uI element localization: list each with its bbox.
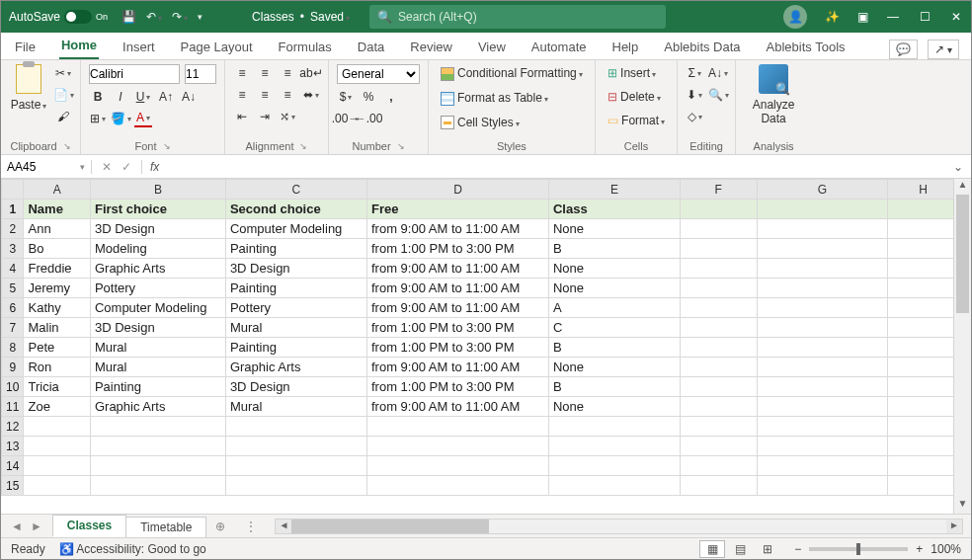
cell[interactable] bbox=[888, 219, 953, 239]
cell[interactable] bbox=[680, 397, 757, 417]
paste-button[interactable]: Paste bbox=[9, 98, 48, 112]
cell[interactable] bbox=[888, 239, 953, 259]
view-page-layout-icon[interactable]: ▤ bbox=[727, 540, 753, 558]
cell[interactable]: Painting bbox=[225, 338, 366, 358]
cell[interactable] bbox=[757, 298, 888, 318]
format-as-table-button[interactable]: Format as Table bbox=[437, 89, 587, 108]
cell[interactable] bbox=[888, 259, 953, 279]
font-launcher[interactable]: ↘ bbox=[163, 141, 171, 151]
cell[interactable] bbox=[757, 377, 888, 397]
sheet-split-handle[interactable]: ⋮ bbox=[235, 520, 267, 533]
cell[interactable]: from 1:00 PM to 3:00 PM bbox=[366, 318, 548, 338]
cell[interactable] bbox=[680, 318, 757, 338]
cell[interactable]: Name bbox=[24, 200, 90, 219]
cell[interactable]: First choice bbox=[90, 200, 225, 219]
fill-icon[interactable]: ⬇ bbox=[686, 86, 703, 104]
cell[interactable]: Painting bbox=[90, 377, 225, 397]
merge-center-icon[interactable]: ⬌ bbox=[302, 86, 320, 104]
cell[interactable] bbox=[90, 417, 225, 437]
cell[interactable] bbox=[757, 259, 888, 279]
cell[interactable]: Pete bbox=[24, 338, 90, 358]
cell[interactable] bbox=[680, 219, 757, 239]
cell[interactable]: Jeremy bbox=[24, 279, 90, 298]
maximize-button[interactable]: ☐ bbox=[918, 10, 932, 24]
save-icon[interactable]: 💾 bbox=[122, 10, 136, 24]
cell[interactable] bbox=[888, 377, 953, 397]
tab-review[interactable]: Review bbox=[408, 35, 454, 59]
decrease-font-icon[interactable]: A↓ bbox=[180, 88, 198, 106]
col-header-F[interactable]: F bbox=[680, 180, 757, 200]
cell[interactable] bbox=[680, 358, 757, 377]
zoom-level[interactable]: 100% bbox=[931, 542, 961, 556]
cell[interactable] bbox=[888, 358, 953, 377]
delete-cells-button[interactable]: Delete bbox=[604, 88, 669, 106]
cell[interactable] bbox=[225, 456, 366, 476]
redo-icon[interactable]: ↷ bbox=[172, 10, 188, 24]
cell[interactable] bbox=[680, 200, 757, 219]
cell[interactable] bbox=[757, 456, 888, 476]
cell[interactable]: from 1:00 PM to 3:00 PM bbox=[366, 377, 548, 397]
cell[interactable] bbox=[757, 397, 888, 417]
row-header-11[interactable]: 11 bbox=[2, 397, 24, 417]
scroll-thumb[interactable] bbox=[956, 195, 969, 313]
cell[interactable]: Freddie bbox=[24, 259, 90, 279]
cell[interactable]: Painting bbox=[225, 239, 366, 259]
row-header-10[interactable]: 10 bbox=[2, 377, 24, 397]
view-normal-icon[interactable]: ▦ bbox=[699, 540, 725, 558]
row-header-13[interactable]: 13 bbox=[2, 437, 24, 456]
conditional-formatting-button[interactable]: Conditional Formatting bbox=[437, 64, 587, 83]
cell[interactable] bbox=[680, 476, 757, 496]
tab-ablebits-data[interactable]: Ablebits Data bbox=[662, 35, 742, 59]
minimize-button[interactable]: ― bbox=[886, 10, 900, 24]
col-header-B[interactable]: B bbox=[90, 180, 225, 200]
align-top-icon[interactable]: ≡ bbox=[233, 64, 251, 82]
cell[interactable]: 3D Design bbox=[90, 219, 225, 239]
name-box[interactable]: AA45▾ bbox=[1, 160, 92, 174]
scroll-left-icon[interactable]: ◄ bbox=[276, 520, 291, 533]
cell[interactable] bbox=[757, 200, 888, 219]
row-header-4[interactable]: 4 bbox=[2, 259, 24, 279]
cell[interactable] bbox=[680, 437, 757, 456]
row-header-12[interactable]: 12 bbox=[2, 417, 24, 437]
tab-home[interactable]: Home bbox=[59, 33, 99, 59]
cell[interactable] bbox=[225, 476, 366, 496]
underline-button[interactable]: U bbox=[134, 88, 152, 106]
status-accessibility[interactable]: ♿ Accessibility: Good to go bbox=[59, 542, 206, 556]
search-box[interactable]: 🔍 Search (Alt+Q) bbox=[369, 5, 666, 29]
decrease-decimal-icon[interactable]: ←.00 bbox=[360, 110, 377, 127]
select-all-corner[interactable] bbox=[2, 180, 24, 200]
sheet-tab-timetable[interactable]: Timetable bbox=[125, 517, 206, 537]
cell[interactable] bbox=[680, 377, 757, 397]
align-right-icon[interactable]: ≡ bbox=[279, 86, 296, 104]
insert-function-icon[interactable]: fx bbox=[142, 160, 167, 174]
enter-formula-icon[interactable]: ✓ bbox=[122, 160, 131, 174]
cell[interactable] bbox=[680, 279, 757, 298]
sheet-nav-next-icon[interactable]: ► bbox=[31, 520, 42, 533]
cell[interactable]: B bbox=[548, 239, 680, 259]
zoom-slider[interactable] bbox=[809, 547, 908, 551]
cell[interactable]: C bbox=[548, 318, 680, 338]
cell[interactable] bbox=[888, 417, 953, 437]
share-button[interactable]: ↗ ▾ bbox=[928, 40, 959, 59]
cell[interactable] bbox=[757, 358, 888, 377]
align-left-icon[interactable]: ≡ bbox=[233, 86, 251, 104]
scroll-right-icon[interactable]: ► bbox=[946, 520, 962, 533]
worksheet-grid[interactable]: ABCDEFGH1NameFirst choiceSecond choiceFr… bbox=[1, 179, 953, 496]
cell[interactable]: Pottery bbox=[225, 298, 366, 318]
row-header-6[interactable]: 6 bbox=[2, 298, 24, 318]
cell[interactable]: from 9:00 AM to 11:00 AM bbox=[366, 259, 548, 279]
cell[interactable] bbox=[548, 476, 680, 496]
cell[interactable] bbox=[680, 417, 757, 437]
number-launcher[interactable]: ↘ bbox=[397, 141, 405, 151]
paste-icon[interactable] bbox=[16, 64, 41, 94]
cell[interactable]: B bbox=[548, 377, 680, 397]
cell[interactable]: Painting bbox=[225, 279, 366, 298]
cut-icon[interactable]: ✂ bbox=[54, 64, 72, 82]
new-sheet-button[interactable]: ⊕ bbox=[205, 520, 235, 533]
cell[interactable] bbox=[680, 456, 757, 476]
cell[interactable]: Bo bbox=[24, 239, 90, 259]
wrap-text-icon[interactable]: ab↵ bbox=[302, 64, 320, 82]
number-format-select[interactable]: General bbox=[337, 64, 420, 84]
cell[interactable]: None bbox=[548, 279, 680, 298]
cell[interactable] bbox=[757, 318, 888, 338]
